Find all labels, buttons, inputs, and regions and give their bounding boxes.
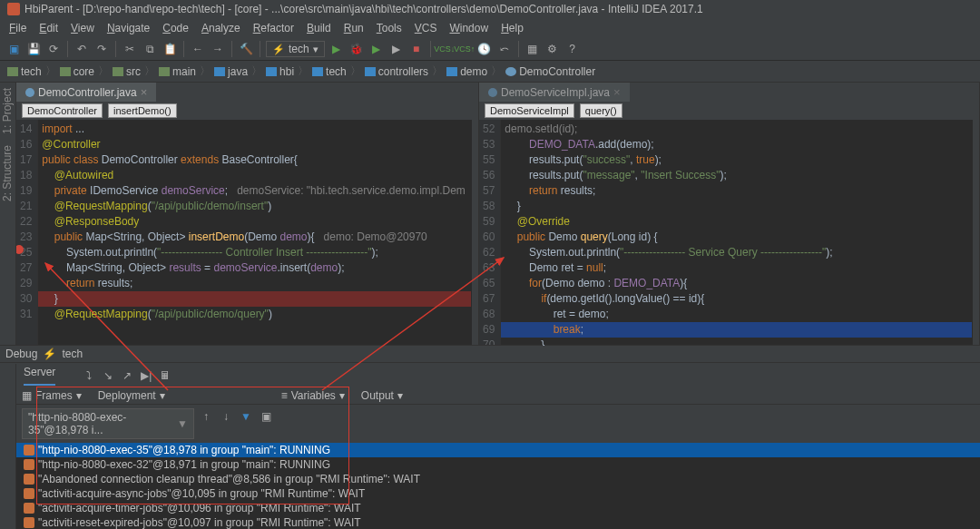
breadcrumb-item[interactable]: DemoController [505,65,595,78]
breadcrumb-item[interactable]: controllers [365,65,428,78]
thread-icon [24,459,34,470]
class-icon [505,67,516,76]
breadcrumb-item[interactable]: java [214,65,248,78]
debug-icon[interactable]: 🐞 [348,41,365,57]
hide-icon[interactable]: ▣ [258,408,274,425]
variables-tab[interactable]: ≡ Variables ▾ [281,389,345,402]
build-icon[interactable]: 🔨 [238,41,254,57]
editor-area: 1: Project2: Structure DemoController.ja… [0,83,980,346]
method-crumb[interactable]: insertDemo() [108,103,177,118]
thread-list[interactable]: "http-nio-8080-exec-35"@18,978 in group … [16,443,980,529]
filter-icon[interactable]: ▼ [238,408,254,425]
project-struct-icon[interactable]: ▦ [524,41,541,57]
tab-democontroller[interactable]: DemoController.java × [16,83,156,102]
tool-tab[interactable]: 1: Project [0,83,15,140]
breadcrumb-item[interactable]: core [60,65,94,78]
method-crumb[interactable]: query() [580,103,622,118]
class-crumb[interactable]: DemoController [22,103,103,118]
settings-icon[interactable]: ⚙ [544,41,561,57]
pkg-icon [312,67,323,76]
deployment-tab[interactable]: Deployment ▾ [98,389,165,402]
menu-navigate[interactable]: Navigate [102,20,155,36]
pkg-icon [365,67,376,76]
thread-icon [24,503,34,514]
debug-toolwindow-header[interactable]: Debug ⚡tech [0,345,980,363]
menu-run[interactable]: Run [338,20,369,36]
step-over-icon[interactable]: ⤵ [81,367,97,384]
thread-icon [24,445,34,456]
profile-icon[interactable]: ▶ [388,41,405,57]
debug-panel: Server ⤵ ↘ ↗ ▶| 🖩 ▦ Frames ▾ Deployment … [0,364,980,529]
stop-icon[interactable]: ■ [408,41,425,57]
close-icon[interactable]: × [141,85,148,99]
copy-icon[interactable]: ⧉ [142,41,158,57]
thread-icon [24,474,34,485]
pkg-icon [446,67,457,76]
thread-row[interactable]: "Abandoned connection cleanup thread"@8,… [16,472,980,486]
menu-help[interactable]: Help [495,20,529,36]
vcs-history-icon[interactable]: 🕓 [476,41,493,57]
breadcrumb-item[interactable]: hbi [266,65,294,78]
evaluate-icon[interactable]: 🖩 [157,367,173,384]
run-icon[interactable]: ▶ [328,41,345,57]
undo-icon[interactable]: ↶ [74,41,90,57]
menu-file[interactable]: File [4,20,32,36]
output-tab[interactable]: Output ▾ [361,389,403,402]
tab-demoserviceimpl[interactable]: DemoServiceImpl.java × [479,83,630,102]
sync-icon[interactable]: ⟳ [45,41,62,57]
code-editor[interactable]: 14161718192122232527293031 import ...@Co… [16,120,478,346]
thread-row[interactable]: "activiti-acquire-timer-jobs"@10,096 in … [16,501,980,515]
vcs-update-icon[interactable]: VCS↓ [436,41,453,57]
forward-icon[interactable]: → [210,41,226,57]
next-frame-icon[interactable]: ↓ [218,408,234,425]
back-icon[interactable]: ← [190,41,206,57]
frames-tab[interactable]: ▦ Frames ▾ [22,389,82,402]
save-icon[interactable]: 💾 [25,41,42,57]
open-icon[interactable]: ▣ [5,41,22,57]
menu-analyze[interactable]: Analyze [196,20,246,36]
close-icon[interactable]: × [613,85,621,99]
menu-code[interactable]: Code [157,20,194,36]
breadcrumb-item[interactable]: tech [7,65,42,78]
vcs-revert-icon[interactable]: ⤺ [496,41,513,57]
tab-server[interactable]: Server [24,366,55,386]
tool-tab[interactable]: 2: Structure [0,140,15,207]
breadcrumb-item[interactable]: main [159,65,196,78]
class-crumb[interactable]: DemoServiceImpl [485,103,574,118]
menu-vcs[interactable]: VCS [409,20,443,36]
thread-row[interactable]: "http-nio-8080-exec-35"@18,978 in group … [16,443,980,457]
menu-refactor[interactable]: Refactor [248,20,299,36]
menu-edit[interactable]: Edit [34,20,64,36]
thread-row[interactable]: "http-nio-8080-exec-32"@18,971 in group … [16,457,980,472]
main-toolbar: ▣ 💾 ⟳ ↶ ↷ ✂ ⧉ 📋 ← → 🔨 ⚡ tech ▾ ▶ 🐞 ▶ ▶ ■… [0,38,980,61]
code-editor[interactable]: 525355565758596062636567686970717273 dem… [479,120,979,346]
breadcrumb-item[interactable]: tech [312,65,347,78]
help-icon[interactable]: ? [564,41,581,57]
step-out-icon[interactable]: ↗ [119,367,135,384]
nav-breadcrumb: tech〉core〉src〉main〉java〉hbi〉tech〉control… [0,61,980,83]
breadcrumb-item[interactable]: demo [446,65,487,78]
cut-icon[interactable]: ✂ [122,41,138,57]
run-to-cursor-icon[interactable]: ▶| [138,367,154,384]
app-icon [7,3,20,15]
left-editor-pane: DemoController.java × DemoController ins… [16,83,479,346]
thread-row[interactable]: "activiti-reset-expired-jobs"@10,097 in … [16,515,980,529]
coverage-icon[interactable]: ▶ [368,41,385,57]
vcs-commit-icon[interactable]: VCS↑ [456,41,473,57]
thread-row[interactable]: "activiti-acquire-async-jobs"@10,095 in … [16,486,980,501]
menu-view[interactable]: View [65,20,100,36]
window-titlebar: HbiParent - [D:\repo-hand\repo-tech\tech… [0,0,980,18]
thread-selector[interactable]: "http-nio-8080-exec-35"@18,978 i...▼ [22,408,194,439]
left-tool-strip: 1: Project2: Structure [0,83,16,346]
folder-icon [113,67,123,76]
redo-icon[interactable]: ↷ [93,41,110,57]
run-config-selector[interactable]: ⚡ tech ▾ [266,41,325,57]
menu-tools[interactable]: Tools [371,20,407,36]
breadcrumb-item[interactable]: src [113,65,141,78]
paste-icon[interactable]: 📋 [162,41,178,57]
prev-frame-icon[interactable]: ↑ [198,408,214,425]
step-into-icon[interactable]: ↘ [100,367,116,384]
menu-window[interactable]: Window [444,20,494,36]
window-title: HbiParent - [D:\repo-hand\repo-tech\tech… [24,3,703,15]
menu-build[interactable]: Build [301,20,337,36]
